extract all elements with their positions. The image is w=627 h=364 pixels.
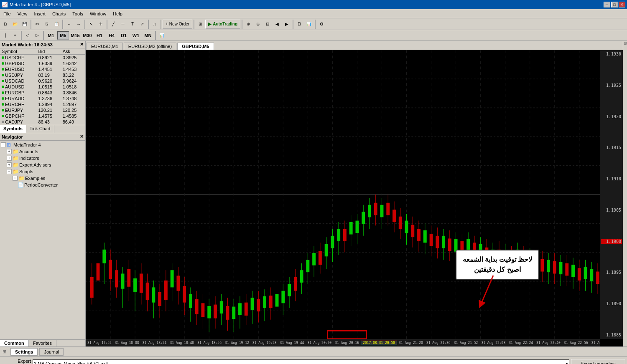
svg-rect-139: [423, 230, 427, 243]
copy-btn[interactable]: ⎘: [42, 20, 51, 29]
tree-expand-icon[interactable]: −: [7, 169, 12, 174]
period-h4[interactable]: H4: [106, 31, 117, 40]
chart-tab-eurusd-m1[interactable]: EURUSD,M1: [87, 43, 123, 50]
scroll-left-btn[interactable]: ◀: [273, 20, 282, 29]
autotrading-button[interactable]: ▶ AutoTrading: [205, 20, 240, 29]
mw-bid: 86.43: [36, 119, 61, 125]
market-watch-row[interactable]: EURCHF 1.2894 1.2897: [0, 101, 85, 107]
tree-expand-icon[interactable]: +: [13, 176, 18, 181]
period-w1[interactable]: W1: [130, 31, 142, 40]
time-10: 31 Aug 20:16: [333, 341, 361, 345]
zoom-out-btn[interactable]: ⊖: [253, 20, 263, 29]
market-watch-row[interactable]: USDCHF 0.8921 0.8925: [0, 55, 85, 61]
chart-fit-btn[interactable]: ⊟: [263, 20, 272, 29]
expert-properties-button[interactable]: Expert properties: [571, 359, 625, 364]
market-watch-close[interactable]: ✕: [80, 42, 84, 47]
svg-rect-59: [176, 276, 180, 291]
mw-tab-tick[interactable]: Tick Chart: [26, 125, 54, 133]
text-btn[interactable]: T: [128, 20, 137, 29]
back-nav[interactable]: ◁: [23, 31, 32, 40]
tline-tool[interactable]: |: [1, 31, 10, 40]
minimize-button[interactable]: ─: [604, 2, 610, 8]
indicator-btn[interactable]: 📊: [304, 20, 314, 29]
chart-bar-btn[interactable]: 📊: [157, 31, 166, 40]
crosshair-btn[interactable]: ✛: [96, 20, 105, 29]
period-m1[interactable]: M1: [45, 31, 57, 40]
fib-btn[interactable]: ⎍: [150, 20, 159, 29]
mw-tab-symbols[interactable]: Symbols: [0, 125, 26, 133]
tree-expand-icon[interactable]: +: [7, 149, 12, 154]
tree-item-metatrader-4[interactable]: −⊞MetaTrader 4: [0, 142, 85, 148]
arrow-btn[interactable]: ↗: [138, 20, 147, 29]
market-watch-row[interactable]: CADJPY 86.43 86.49: [0, 119, 85, 125]
period-m15[interactable]: M15: [69, 31, 81, 40]
svg-rect-75: [226, 306, 229, 320]
market-watch-row[interactable]: GBPCHF 1.4575 1.4585: [0, 113, 85, 119]
new-order-button[interactable]: + New Order: [163, 20, 192, 29]
template-btn[interactable]: 🗒: [295, 20, 304, 29]
menu-view[interactable]: View: [14, 9, 31, 18]
nav-tab-common[interactable]: Common: [0, 340, 29, 346]
tree-expand-icon[interactable]: +: [7, 162, 12, 167]
svg-rect-99: [300, 270, 303, 283]
tree-item-expert-advisors[interactable]: +📁Expert Advisors: [0, 162, 85, 168]
save-btn[interactable]: 💾: [20, 20, 29, 29]
ea-selector[interactable]: 2 MA Crosses Mega filter EA V1.ex4: [33, 359, 569, 364]
navigator-close[interactable]: ✕: [80, 134, 84, 139]
line-btn[interactable]: ╱: [109, 20, 118, 29]
fwd-nav[interactable]: ▷: [33, 31, 42, 40]
crosshair-tool[interactable]: +: [10, 31, 20, 40]
market-watch-row[interactable]: EURAUD 1.3736 1.3748: [0, 96, 85, 101]
forward-btn[interactable]: →: [74, 20, 83, 29]
cursor-btn[interactable]: ↖: [87, 20, 96, 29]
menu-help[interactable]: Help: [110, 9, 126, 18]
chart-tab-eurusd-m2[interactable]: EURUSD,M2 (offline): [124, 43, 176, 50]
menu-window[interactable]: Window: [87, 9, 110, 18]
settings-btn[interactable]: ⚙: [317, 20, 326, 29]
chart-container[interactable]: GBPUSD,M5 1.1907 1.1908 1.1907 1.1908: [86, 50, 623, 346]
svg-rect-177: [540, 259, 544, 272]
svg-rect-85: [257, 299, 260, 311]
market-watch-row[interactable]: EURUSD 1.4451 1.4453: [0, 66, 85, 72]
hline-btn[interactable]: ─: [118, 20, 127, 29]
scroll-right-btn[interactable]: ▶: [282, 20, 291, 29]
open-btn[interactable]: 📂: [10, 20, 20, 29]
market-watch-row[interactable]: AUDUSD 1.0515 1.0518: [0, 84, 85, 90]
cut-btn[interactable]: ✂: [33, 20, 42, 29]
market-watch-row[interactable]: EURGBP 0.8843 0.8846: [0, 90, 85, 96]
tree-expand-icon[interactable]: +: [7, 156, 12, 161]
tree-item-indicators[interactable]: +📁Indicators: [0, 155, 85, 162]
chart-style-btn[interactable]: ⊞: [196, 20, 205, 29]
maximize-button[interactable]: □: [611, 2, 618, 8]
svg-rect-43: [127, 269, 130, 287]
new-btn[interactable]: 🗋: [1, 20, 10, 29]
tree-item-scripts[interactable]: −📁Scripts: [0, 168, 85, 175]
menu-file[interactable]: File: [0, 9, 14, 18]
mw-ask: 86.49: [61, 119, 85, 125]
tree-item-accounts[interactable]: +📁Accounts: [0, 148, 85, 155]
period-h1[interactable]: H1: [94, 31, 105, 40]
paste-btn[interactable]: 📋: [52, 20, 61, 29]
period-mn[interactable]: MN: [142, 31, 154, 40]
menu-tools[interactable]: Tools: [69, 9, 87, 18]
period-d1[interactable]: D1: [118, 31, 130, 40]
zoom-in-btn[interactable]: ⊕: [244, 20, 253, 29]
market-watch-row[interactable]: GBPUSD 1.6339 1.6342: [0, 61, 85, 66]
period-m30[interactable]: M30: [82, 31, 93, 40]
menu-charts[interactable]: Charts: [49, 9, 69, 18]
tester-tab-settings[interactable]: Settings: [10, 348, 38, 356]
tree-item-examples[interactable]: +📁Examples: [0, 175, 85, 182]
tree-item-periodconverter[interactable]: 📄PeriodConverter: [0, 182, 85, 188]
market-watch-row[interactable]: EURJPY 120.21 120.25: [0, 107, 85, 113]
mw-dot: [2, 115, 4, 117]
back-btn[interactable]: ←: [64, 20, 74, 29]
menu-insert[interactable]: Insert: [31, 9, 49, 18]
nav-tab-favorites[interactable]: Favorites: [29, 340, 56, 346]
tree-expand-icon[interactable]: −: [1, 142, 6, 147]
chart-tab-gbpusd-m5[interactable]: GBPUSD,M5: [177, 43, 214, 50]
market-watch-row[interactable]: USDCAD 0.9620 0.9624: [0, 78, 85, 84]
market-watch-row[interactable]: USDJPY 83.19 83.22: [0, 72, 85, 78]
tester-tab-journal[interactable]: Journal: [39, 348, 64, 356]
close-button[interactable]: ✕: [619, 2, 625, 8]
period-m5[interactable]: M5: [57, 31, 69, 40]
